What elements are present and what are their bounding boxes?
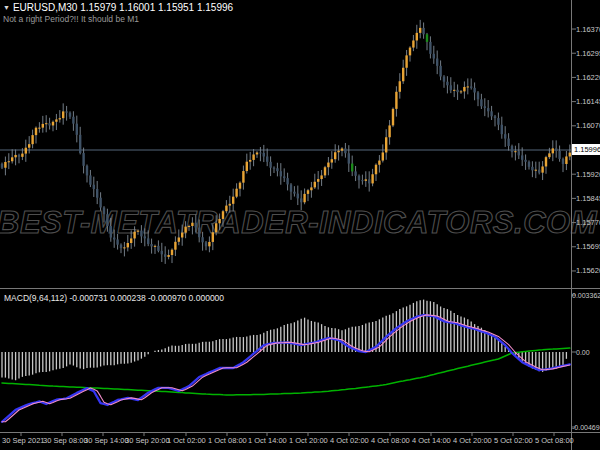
price-axis-label: 1.15920 <box>576 170 600 179</box>
candle-down <box>116 239 118 244</box>
candle-down <box>76 124 78 135</box>
candle-down <box>358 176 360 180</box>
candle-up <box>382 152 384 160</box>
candle-up <box>341 148 343 150</box>
candle-up <box>235 189 237 197</box>
candle-down <box>470 86 472 87</box>
candle-down <box>65 111 67 112</box>
candle-down <box>96 189 98 198</box>
candle-up <box>191 223 193 226</box>
candle-down <box>290 184 292 191</box>
candle-up <box>314 182 316 188</box>
candle-up <box>399 81 401 92</box>
price-axis-label: 1.16295 <box>576 49 600 58</box>
candle-down <box>150 244 152 246</box>
candle-down <box>558 151 560 159</box>
candle-down <box>269 162 271 168</box>
candle-down <box>157 246 159 251</box>
price-axis-label: 1.15770 <box>576 218 600 227</box>
candle-down <box>201 237 203 242</box>
candle-up <box>42 124 44 128</box>
candle-up <box>133 232 135 239</box>
candle-up <box>212 232 214 242</box>
candle-up <box>416 33 418 41</box>
candle-down <box>501 125 503 134</box>
candle-down <box>69 113 71 117</box>
candle-down <box>368 179 370 183</box>
macd-axis-label: -0.004696 <box>572 423 600 432</box>
candle-up <box>256 152 258 154</box>
candle-down <box>507 139 509 146</box>
candle-up <box>45 123 47 124</box>
candle-down <box>518 151 520 155</box>
candle-up <box>378 161 380 165</box>
candle-down <box>297 194 299 199</box>
candle-down <box>140 231 142 237</box>
candle-down <box>164 254 166 257</box>
candle-down <box>79 135 81 153</box>
price-axis-label: 1.15620 <box>576 266 600 275</box>
candle-down <box>300 198 302 202</box>
candle-down <box>120 245 122 248</box>
candle-up <box>395 92 397 109</box>
candle-up <box>215 223 217 232</box>
chart-canvas[interactable]: BEST-METATRADER-INDICATORS.COM <box>0 0 600 450</box>
candle-up <box>320 175 322 179</box>
candle-down <box>480 99 482 106</box>
candle-down <box>283 176 285 178</box>
candle-up <box>405 55 407 67</box>
candle-down <box>484 106 486 108</box>
candle-down <box>280 171 282 176</box>
candle-down <box>293 192 295 194</box>
candle-up <box>565 156 567 164</box>
price-axis-label: 1.16370 <box>576 25 600 34</box>
candle-down <box>48 123 50 125</box>
candle-down <box>361 180 363 181</box>
candle-up <box>38 128 40 129</box>
candle-down <box>195 223 197 228</box>
candle-down <box>511 146 513 152</box>
candle-up <box>388 125 390 137</box>
candle-up <box>246 162 248 171</box>
candle-down <box>528 162 530 167</box>
time-axis-label: 4 Oct 14:00 <box>412 436 451 445</box>
candle-down <box>86 166 88 176</box>
candle-up <box>8 161 10 162</box>
candle-down <box>446 82 448 86</box>
candle-down <box>456 90 458 92</box>
candle-up <box>252 154 254 159</box>
candle-up <box>463 87 465 91</box>
candle-up <box>35 128 37 135</box>
candle-up <box>331 159 333 162</box>
candle-up <box>467 86 469 87</box>
price-axis-label: 1.15695 <box>576 242 600 251</box>
candle-down <box>147 238 149 244</box>
candle-down <box>497 118 499 125</box>
price-axis-label: 1.16145 <box>576 97 600 106</box>
candle-down <box>198 228 200 238</box>
candle-up <box>535 170 537 171</box>
time-axis-label: 5 Oct 02:00 <box>494 436 533 445</box>
candle-up <box>310 187 312 190</box>
candle-up <box>174 242 176 250</box>
candle-down <box>103 207 105 214</box>
candle-down <box>273 168 275 169</box>
candle-up <box>181 233 183 238</box>
candle-up <box>21 154 23 157</box>
candle-up <box>28 144 30 148</box>
candle-up <box>14 155 16 157</box>
candle-down <box>562 159 564 164</box>
candle-up <box>208 242 210 246</box>
candle-up <box>402 68 404 82</box>
time-axis-label: 1 Oct 14:00 <box>248 436 287 445</box>
candle-down <box>266 156 268 161</box>
candle-down <box>205 242 207 246</box>
candle-up <box>317 179 319 182</box>
candle-up <box>11 157 13 161</box>
watermark-text: BEST-METATRADER-INDICATORS.COM <box>0 205 598 240</box>
macd-axis-label: 0.003362 <box>572 291 600 300</box>
candle-up <box>375 165 377 175</box>
candle-up <box>327 163 329 168</box>
candle-down <box>443 77 445 82</box>
time-axis-label: 1 Oct 08:00 <box>208 436 247 445</box>
